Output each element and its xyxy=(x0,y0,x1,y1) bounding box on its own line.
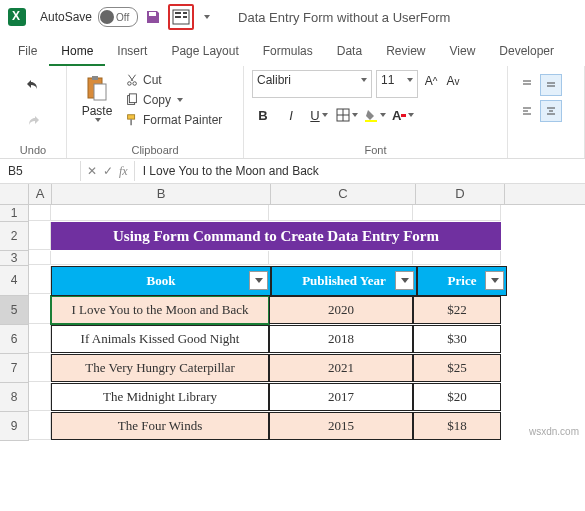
tab-page-layout[interactable]: Page Layout xyxy=(159,38,250,66)
font-size-select[interactable]: 11 xyxy=(376,70,418,98)
filter-button[interactable] xyxy=(395,271,414,290)
row-header-9[interactable]: 9 xyxy=(0,412,29,441)
cell[interactable] xyxy=(29,412,51,440)
svg-rect-15 xyxy=(365,120,377,122)
format-painter-button[interactable]: Format Painter xyxy=(123,112,224,128)
tab-data[interactable]: Data xyxy=(325,38,374,66)
paste-button[interactable]: Paste xyxy=(75,70,119,128)
row-header-6[interactable]: 6 xyxy=(0,325,29,354)
copy-button[interactable]: Copy xyxy=(123,92,224,108)
column-header-d[interactable]: D xyxy=(416,184,505,204)
redo-button[interactable] xyxy=(24,112,42,130)
cell-price[interactable]: $30 xyxy=(413,325,501,353)
enter-formula-icon[interactable]: ✓ xyxy=(103,164,113,179)
cell[interactable] xyxy=(269,205,413,221)
fill-color-button[interactable] xyxy=(364,104,386,126)
align-middle-button[interactable] xyxy=(540,74,562,96)
table-header-year[interactable]: Published Year xyxy=(271,266,417,296)
cell[interactable] xyxy=(51,205,269,221)
table-header-price[interactable]: Price xyxy=(417,266,507,296)
row-header-5[interactable]: 5 xyxy=(0,296,29,325)
cell-year[interactable]: 2020 xyxy=(269,296,413,324)
cell-year[interactable]: 2018 xyxy=(269,325,413,353)
cell[interactable] xyxy=(29,325,51,353)
column-header-b[interactable]: B xyxy=(52,184,271,204)
svg-rect-10 xyxy=(128,115,135,119)
cell[interactable] xyxy=(29,383,51,411)
shrink-font-button[interactable]: Av xyxy=(444,70,462,92)
cell-price[interactable]: $20 xyxy=(413,383,501,411)
row-header-4[interactable]: 4 xyxy=(0,266,29,296)
cell-year[interactable]: 2017 xyxy=(269,383,413,411)
tab-home[interactable]: Home xyxy=(49,38,105,66)
qat-customize-button[interactable] xyxy=(200,8,212,26)
undo-button[interactable] xyxy=(24,76,42,94)
column-header-c[interactable]: C xyxy=(271,184,416,204)
select-all-button[interactable] xyxy=(0,184,29,204)
cell-year[interactable]: 2021 xyxy=(269,354,413,382)
bold-button[interactable]: B xyxy=(252,104,274,126)
cell-book[interactable]: I Love You to the Moon and Back xyxy=(51,296,269,324)
align-center-button[interactable] xyxy=(540,100,562,122)
align-top-button[interactable] xyxy=(516,74,538,96)
tab-developer[interactable]: Developer xyxy=(487,38,566,66)
italic-button[interactable]: I xyxy=(280,104,302,126)
cell-book[interactable]: The Midnight Library xyxy=(51,383,269,411)
row-header-1[interactable]: 1 xyxy=(0,205,29,222)
sheet-title[interactable]: Using Form Command to Create Data Entry … xyxy=(51,222,501,250)
formula-bar[interactable]: I Love You to the Moon and Back xyxy=(134,161,585,181)
table-row: 5 I Love You to the Moon and Back 2020 $… xyxy=(0,296,585,325)
autosave-toggle[interactable]: Off xyxy=(98,7,138,27)
cell[interactable] xyxy=(29,251,51,265)
cell-price[interactable]: $22 xyxy=(413,296,501,324)
cell-price[interactable]: $18 xyxy=(413,412,501,440)
column-header-a[interactable]: A xyxy=(29,184,52,204)
cell[interactable] xyxy=(29,354,51,382)
align-left-button[interactable] xyxy=(516,100,538,122)
cell[interactable] xyxy=(51,251,269,265)
cell[interactable] xyxy=(29,296,51,324)
copy-label: Copy xyxy=(143,93,171,107)
table-header-book[interactable]: Book xyxy=(51,266,271,296)
grid-row: 3 xyxy=(0,251,585,266)
chevron-down-icon xyxy=(408,113,414,117)
cell[interactable] xyxy=(29,222,51,250)
tab-view[interactable]: View xyxy=(438,38,488,66)
font-color-button[interactable]: A xyxy=(392,104,414,126)
format-painter-label: Format Painter xyxy=(143,113,222,127)
row-header-2[interactable]: 2 xyxy=(0,222,29,251)
cell[interactable] xyxy=(413,251,501,265)
grid-row: 2 Using Form Command to Create Data Entr… xyxy=(0,222,585,251)
filter-button[interactable] xyxy=(249,271,268,290)
cell[interactable] xyxy=(29,266,51,294)
underline-button[interactable]: U xyxy=(308,104,330,126)
form-command-button[interactable] xyxy=(168,4,194,30)
filter-button[interactable] xyxy=(485,271,504,290)
tab-review[interactable]: Review xyxy=(374,38,437,66)
header-book-label: Book xyxy=(147,273,176,289)
tab-file[interactable]: File xyxy=(6,38,49,66)
fx-icon[interactable]: fx xyxy=(119,164,128,179)
grow-font-button[interactable]: A^ xyxy=(422,70,440,92)
cell-book[interactable]: If Animals Kissed Good Night xyxy=(51,325,269,353)
row-header-3[interactable]: 3 xyxy=(0,251,29,266)
tab-formulas[interactable]: Formulas xyxy=(251,38,325,66)
cell-price[interactable]: $25 xyxy=(413,354,501,382)
name-box[interactable]: B5 xyxy=(0,161,81,181)
save-button[interactable] xyxy=(144,8,162,26)
cell-book[interactable]: The Very Hungry Caterpillar xyxy=(51,354,269,382)
cell[interactable] xyxy=(413,205,501,221)
row-header-8[interactable]: 8 xyxy=(0,383,29,412)
tab-insert[interactable]: Insert xyxy=(105,38,159,66)
cell-book[interactable]: The Four Winds xyxy=(51,412,269,440)
cell[interactable] xyxy=(29,205,51,221)
chevron-down-icon xyxy=(380,113,386,117)
title-bar: AutoSave Off Data Entry Form without a U… xyxy=(0,0,585,34)
borders-button[interactable] xyxy=(336,104,358,126)
font-name-select[interactable]: Calibri xyxy=(252,70,372,98)
cancel-formula-icon[interactable]: ✕ xyxy=(87,164,97,179)
cut-button[interactable]: Cut xyxy=(123,72,224,88)
row-header-7[interactable]: 7 xyxy=(0,354,29,383)
cell[interactable] xyxy=(269,251,413,265)
cell-year[interactable]: 2015 xyxy=(269,412,413,440)
